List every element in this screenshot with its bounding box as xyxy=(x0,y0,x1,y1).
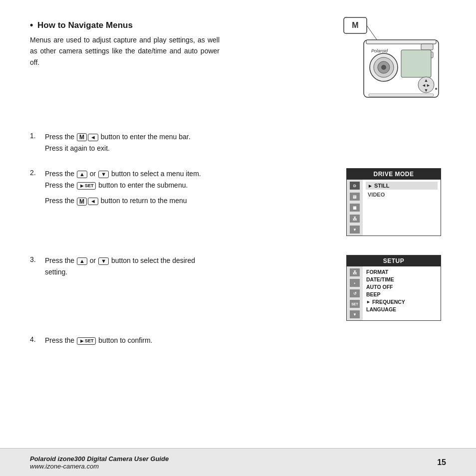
main-content: • How to Navigate Menus Menus are used t… xyxy=(0,0,476,448)
setup-icon-5: ▼ xyxy=(350,310,360,318)
svg-text:▲: ▲ xyxy=(424,78,429,83)
footer-title: Polaroid izone300 Digital Camera User Gu… xyxy=(30,455,169,463)
setup-icon-2: ▪ xyxy=(350,279,360,287)
drive-mode-still: STILL xyxy=(374,183,390,189)
setup-icon-3: ↺ xyxy=(350,289,360,297)
step-1-content: Press the M◄ button to enter the menu ba… xyxy=(45,131,446,154)
step-4-content: Press the ►SET button to confirm. xyxy=(45,335,446,346)
svg-text:Polaroid: Polaroid xyxy=(371,48,388,53)
svg-rect-12 xyxy=(401,50,431,77)
bullet-icon: • xyxy=(30,20,33,30)
camera-illustration: M Polaroid xyxy=(329,15,444,115)
setup-autooff: AUTO OFF xyxy=(365,283,438,290)
drive-mode-icons: D ▤ ▦ ⁂ ▼ xyxy=(347,180,363,236)
svg-rect-18 xyxy=(369,94,434,96)
drive-mode-panel: DRIVE MODE D ▤ ▦ ⁂ ▼ ► xyxy=(346,168,441,236)
drive-mode-header: DRIVE MODE xyxy=(347,169,441,180)
step-3-side: SETUP ⁂ ▪ ↺ SET ▼ FORMAT DATE/ xyxy=(346,255,446,321)
step-3-content: Press the ▲ or ▼ button to select the de… xyxy=(45,255,336,278)
left-arrow-icon-2: ◄ xyxy=(88,198,98,205)
step-3: 3. Press the ▲ or ▼ button to select the… xyxy=(30,255,446,321)
setup-icon-4: SET xyxy=(350,300,360,308)
svg-point-9 xyxy=(381,65,386,70)
svg-rect-4 xyxy=(366,40,436,44)
up-arrow-icon-3: ▲ xyxy=(77,257,87,265)
step-3-number: 3. xyxy=(30,255,45,263)
setup-header: SETUP xyxy=(347,255,441,266)
step-4-number: 4. xyxy=(30,335,45,343)
step-1-number: 1. xyxy=(30,131,45,140)
drive-mode-arrow: ► xyxy=(368,183,373,189)
svg-rect-10 xyxy=(421,44,433,50)
setup-arrow-icon: ► xyxy=(366,299,371,304)
down-arrow-icon: ▼ xyxy=(98,171,109,178)
intro-block: • How to Navigate Menus Menus are used t… xyxy=(30,20,316,68)
section-title: • How to Navigate Menus xyxy=(30,20,316,30)
right-set-icon: ►SET xyxy=(77,182,96,190)
m-button-icon: M xyxy=(77,133,87,141)
setup-body: ⁂ ▪ ↺ SET ▼ FORMAT DATE/TIME AUTO OFF BE… xyxy=(347,266,441,320)
step-2: 2. Press the ▲ or ▼ button to select a m… xyxy=(30,168,446,241)
section-title-text: How to Navigate Menus xyxy=(37,20,133,30)
footer-url: www.izone-camera.com xyxy=(30,463,169,470)
intro-paragraph: Menus are used to adjust capture and pla… xyxy=(30,34,220,68)
footer-left: Polaroid izone300 Digital Camera User Gu… xyxy=(30,455,169,470)
setup-format: FORMAT xyxy=(365,268,438,275)
setup-language: LANGUAGE xyxy=(365,305,438,313)
drive-mode-video: VIDEO xyxy=(366,191,438,199)
left-arrow-icon: ◄ xyxy=(88,134,98,141)
svg-text:◄►: ◄► xyxy=(422,83,431,88)
setup-panel: SETUP ⁂ ▪ ↺ SET ▼ FORMAT DATE/ xyxy=(346,255,441,321)
step-2-side: DRIVE MODE D ▤ ▦ ⁂ ▼ ► xyxy=(346,168,446,241)
setup-beep: BEEP xyxy=(365,290,438,298)
step-4: 4. Press the ►SET button to confirm. xyxy=(30,335,446,346)
drive-mode-still-row: ► STILL xyxy=(366,182,438,190)
down-arrow-icon-3: ▼ xyxy=(98,257,109,265)
step-1: 1. Press the M◄ button to enter the menu… xyxy=(30,131,446,154)
step-2-subline: Press the M◄ button to return to the men… xyxy=(45,195,336,207)
top-section: • How to Navigate Menus Menus are used t… xyxy=(30,20,446,116)
svg-text:M: M xyxy=(352,21,358,29)
steps-section: 1. Press the M◄ button to enter the menu… xyxy=(30,131,446,346)
drive-mode-body: D ▤ ▦ ⁂ ▼ ► STILL VI xyxy=(347,180,441,236)
svg-text:▼: ▼ xyxy=(424,88,429,93)
drive-icon-2: ▤ xyxy=(350,193,360,201)
svg-point-17 xyxy=(435,88,437,90)
drive-mode-right: ► STILL VIDEO xyxy=(363,180,441,236)
drive-icon-4: ⁂ xyxy=(350,215,360,223)
setup-right: FORMAT DATE/TIME AUTO OFF BEEP ►FREQUENC… xyxy=(363,266,441,320)
setup-datetime: DATE/TIME xyxy=(365,275,438,283)
up-arrow-icon: ▲ xyxy=(77,171,87,178)
drive-icon-1: D xyxy=(350,182,360,190)
camera-diagram: M Polaroid xyxy=(326,15,446,116)
drive-icon-3: ▦ xyxy=(350,204,360,212)
m-button-icon-2: M xyxy=(77,198,87,206)
setup-icon-1: ⁂ xyxy=(350,268,360,276)
drive-icon-5: ▼ xyxy=(350,226,360,234)
step-2-content: Press the ▲ or ▼ button to select a menu… xyxy=(45,168,336,207)
footer-page-number: 15 xyxy=(437,458,446,467)
step-2-number: 2. xyxy=(30,168,45,177)
setup-frequency: ►FREQUENCY xyxy=(365,298,438,305)
footer: Polaroid izone300 Digital Camera User Gu… xyxy=(0,448,476,476)
setup-icons: ⁂ ▪ ↺ SET ▼ xyxy=(347,266,363,320)
page: • How to Navigate Menus Menus are used t… xyxy=(0,0,476,476)
right-set-icon-4: ►SET xyxy=(77,337,96,345)
